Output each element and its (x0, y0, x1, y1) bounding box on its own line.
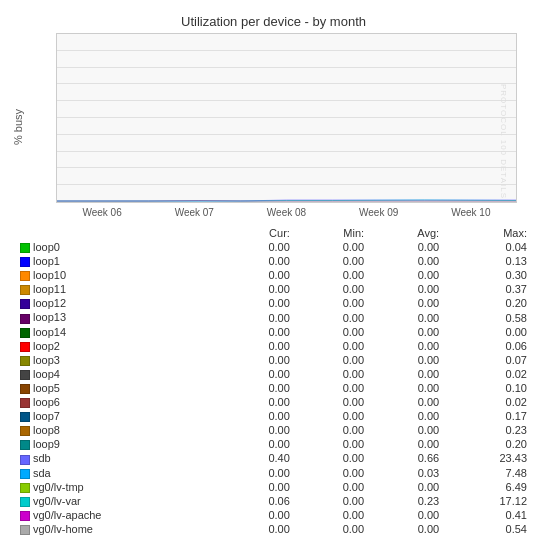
watermark: PROTOCOL 100 DETAILS (499, 84, 508, 199)
avg-value: 0.00 (370, 395, 445, 409)
cur-value: 0.00 (222, 437, 296, 451)
avg-value: 0.00 (370, 268, 445, 282)
avg-value: 0.00 (370, 254, 445, 268)
min-value: 0.00 (296, 395, 370, 409)
color-indicator (20, 426, 30, 436)
table-row: loop12 0.00 0.00 0.00 0.20 (14, 296, 533, 310)
table-row: loop6 0.00 0.00 0.00 0.02 (14, 395, 533, 409)
chart-svg (57, 34, 516, 202)
avg-value: 0.00 (370, 381, 445, 395)
table-row: loop2 0.00 0.00 0.00 0.06 (14, 339, 533, 353)
x-label-week08: Week 08 (267, 207, 306, 218)
table-row: loop7 0.00 0.00 0.00 0.17 (14, 409, 533, 423)
table-row: sda 0.00 0.00 0.03 7.48 (14, 466, 533, 480)
cur-value: 0.00 (222, 466, 296, 480)
device-name: loop10 (14, 268, 222, 282)
color-indicator (20, 328, 30, 338)
min-value: 0.00 (296, 353, 370, 367)
min-value: 0.00 (296, 339, 370, 353)
min-value: 0.00 (296, 367, 370, 381)
min-value: 0.00 (296, 409, 370, 423)
table-row: loop5 0.00 0.00 0.00 0.10 (14, 381, 533, 395)
avg-value: 0.00 (370, 296, 445, 310)
color-indicator (20, 497, 30, 507)
table-row: loop14 0.00 0.00 0.00 0.00 (14, 325, 533, 339)
cur-value: 0.00 (222, 381, 296, 395)
avg-value: 0.00 (370, 282, 445, 296)
min-value: 0.00 (296, 451, 370, 465)
cur-value: 0.06 (222, 494, 296, 508)
device-name: vg0/lv-var (14, 494, 222, 508)
device-name: vg0/lv-apache (14, 508, 222, 522)
max-value: 0.02 (445, 367, 533, 381)
max-value: 0.04 (445, 240, 533, 254)
color-indicator (20, 384, 30, 394)
color-indicator (20, 440, 30, 450)
color-indicator (20, 285, 30, 295)
avg-value: 0.23 (370, 494, 445, 508)
color-indicator (20, 525, 30, 535)
color-indicator (20, 398, 30, 408)
avg-value: 0.00 (370, 353, 445, 367)
min-value: 0.00 (296, 310, 370, 324)
color-indicator (20, 299, 30, 309)
max-value: 6.49 (445, 480, 533, 494)
avg-value: 0.00 (370, 522, 445, 536)
max-value: 0.06 (445, 339, 533, 353)
col-min: Min: (296, 226, 370, 240)
avg-value: 0.00 (370, 339, 445, 353)
color-indicator (20, 243, 30, 253)
legend-header: Cur: Min: Avg: Max: (14, 226, 533, 240)
col-cur: Cur: (222, 226, 296, 240)
avg-value: 0.03 (370, 466, 445, 480)
cur-value: 0.00 (222, 423, 296, 437)
table-row: loop3 0.00 0.00 0.00 0.07 (14, 353, 533, 367)
max-value: 0.20 (445, 296, 533, 310)
color-indicator (20, 412, 30, 422)
min-value: 0.00 (296, 522, 370, 536)
device-name: loop0 (14, 240, 222, 254)
max-value: 0.30 (445, 268, 533, 282)
device-name: sda (14, 466, 222, 480)
min-value: 0.00 (296, 254, 370, 268)
min-value: 0.00 (296, 381, 370, 395)
cur-value: 0.00 (222, 409, 296, 423)
cur-value: 0.00 (222, 240, 296, 254)
x-label-week09: Week 09 (359, 207, 398, 218)
graph-wrapper: % busy 100 (10, 33, 537, 220)
device-name: loop1 (14, 254, 222, 268)
legend-area: Cur: Min: Avg: Max: loop0 0.00 0.00 0.00… (10, 220, 537, 539)
cur-value: 0.00 (222, 522, 296, 536)
max-value: 0.54 (445, 522, 533, 536)
cur-value: 0.00 (222, 282, 296, 296)
color-indicator (20, 314, 30, 324)
max-value: 7.48 (445, 466, 533, 480)
table-row: loop1 0.00 0.00 0.00 0.13 (14, 254, 533, 268)
table-row: vg0/lv-apache 0.00 0.00 0.00 0.41 (14, 508, 533, 522)
cur-value: 0.00 (222, 508, 296, 522)
color-indicator (20, 511, 30, 521)
device-name: loop11 (14, 282, 222, 296)
min-value: 0.00 (296, 282, 370, 296)
min-value: 0.00 (296, 494, 370, 508)
cur-value: 0.00 (222, 254, 296, 268)
avg-value: 0.00 (370, 423, 445, 437)
avg-value: 0.00 (370, 508, 445, 522)
device-name: vg0/lv-tmp (14, 480, 222, 494)
color-indicator (20, 469, 30, 479)
graph-background: 100 90 80 70 60 50 40 30 20 10 0 (56, 33, 517, 203)
cur-value: 0.00 (222, 339, 296, 353)
cur-value: 0.00 (222, 268, 296, 282)
legend-table: Cur: Min: Avg: Max: loop0 0.00 0.00 0.00… (14, 226, 533, 539)
device-name: loop8 (14, 423, 222, 437)
max-value: 0.10 (445, 381, 533, 395)
device-name: loop4 (14, 367, 222, 381)
table-row: loop10 0.00 0.00 0.00 0.30 (14, 268, 533, 282)
table-row: loop9 0.00 0.00 0.00 0.20 (14, 437, 533, 451)
avg-value: 0.66 (370, 451, 445, 465)
x-labels: Week 06 Week 07 Week 08 Week 09 Week 10 (56, 205, 517, 220)
table-row: loop0 0.00 0.00 0.00 0.04 (14, 240, 533, 254)
device-name: loop6 (14, 395, 222, 409)
max-value: 0.20 (445, 437, 533, 451)
chart-area: Utilization per device - by month % busy (0, 0, 547, 539)
